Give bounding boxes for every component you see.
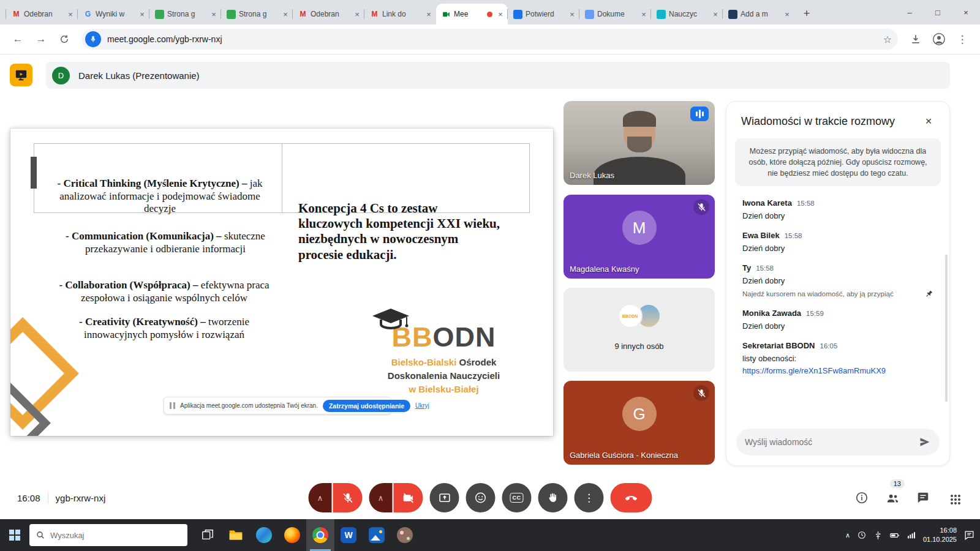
clock-sync-icon[interactable] xyxy=(857,530,867,540)
tab-meet-active[interactable]: Mee × xyxy=(436,4,508,24)
start-button[interactable] xyxy=(0,519,29,551)
usb-icon[interactable] xyxy=(873,531,883,540)
presenter-bar: D Darek Lukas (Prezentowanie) xyxy=(46,62,950,89)
reactions-button[interactable] xyxy=(466,483,496,512)
tray-expand-icon[interactable]: ∧ xyxy=(845,531,850,539)
stop-sharing-button[interactable]: Zatrzymaj udostępnianie xyxy=(323,400,410,412)
activities-button[interactable] xyxy=(941,485,967,511)
tab-gmail-2[interactable]: M Odebran × xyxy=(293,4,364,24)
tab-close-icon[interactable]: × xyxy=(567,9,577,19)
chat-close-icon[interactable]: × xyxy=(920,113,937,130)
tab-close-icon[interactable]: × xyxy=(209,9,219,19)
logo-sub2: Doskonalenia Nauczycieli xyxy=(388,370,500,381)
mic-mute-button[interactable] xyxy=(333,483,363,512)
video-tile-magdalena[interactable]: M Magdalena Kwaśny xyxy=(564,195,715,279)
attendance-form-link[interactable]: https://forms.gle/reXn1SFw8amRmuKX9 xyxy=(742,366,933,375)
close-window-button[interactable]: × xyxy=(952,0,980,24)
network-icon[interactable] xyxy=(907,530,916,540)
browser-menu-button[interactable]: ⋮ xyxy=(952,29,973,50)
minimize-button[interactable]: – xyxy=(895,0,924,24)
clock-time: 16:08 xyxy=(940,526,957,535)
tab-close-icon[interactable]: × xyxy=(710,9,720,19)
presented-slide: - Critical Thinking (Myślenie Krytyczne)… xyxy=(10,129,553,436)
chat-scrollbar[interactable] xyxy=(945,255,948,402)
bookmark-star-icon[interactable]: ☆ xyxy=(883,34,892,45)
edge-button[interactable] xyxy=(250,519,278,551)
slide-left-tag xyxy=(31,157,37,189)
maximize-button[interactable]: □ xyxy=(924,0,952,24)
kebab-icon: ⋮ xyxy=(584,492,594,504)
reload-button[interactable] xyxy=(54,29,75,50)
message-author: Iwona Kareta15:58 xyxy=(742,198,933,208)
file-explorer-button[interactable] xyxy=(222,519,250,551)
video-tile-gabriela[interactable]: G Gabriela Guściora - Konieczna xyxy=(564,381,715,465)
address-bar[interactable]: meet.google.com/ygb-rxrw-nxj ☆ xyxy=(82,29,898,50)
captions-button[interactable]: CC xyxy=(502,483,532,512)
logo-sub3: w Bielsku-Białej xyxy=(409,384,478,394)
taskbar-search[interactable] xyxy=(29,524,187,546)
camera-off-button[interactable] xyxy=(394,483,423,512)
tab-gmail-3[interactable]: M Link do × xyxy=(364,4,436,24)
tab-close-icon[interactable]: × xyxy=(496,9,505,19)
author-name: Iwona Kareta xyxy=(742,198,792,208)
notification-center-icon[interactable] xyxy=(963,530,975,541)
chat-toggle-button[interactable] xyxy=(910,485,936,511)
logo-sub1-dark: Ośrodek xyxy=(456,357,496,367)
tile-others-group[interactable]: BBODN 9 innych osób xyxy=(564,288,715,372)
back-button[interactable]: ← xyxy=(7,29,28,50)
tab-search-results[interactable]: G Wyniki w × xyxy=(78,4,149,24)
taskbar-clock[interactable]: 16:08 01.10.2025 xyxy=(923,526,957,544)
tab-site-2[interactable]: Strona g × xyxy=(221,4,293,24)
tab-gmail-1[interactable]: M Odebran × xyxy=(6,4,78,24)
tab-app-2[interactable]: Add a m × xyxy=(723,4,794,24)
clock-date: 01.10.2025 xyxy=(923,535,957,544)
downloads-button[interactable] xyxy=(905,29,926,50)
tab-docs-2[interactable]: Dokume × xyxy=(579,4,651,24)
tab-app-1[interactable]: Nauczyc × xyxy=(651,4,723,24)
photos-button[interactable] xyxy=(363,519,391,551)
battery-icon[interactable] xyxy=(889,530,900,541)
tab-close-icon[interactable]: × xyxy=(639,9,649,19)
mic-options-caret-icon[interactable]: ∧ xyxy=(309,483,332,512)
mic-muted-icon xyxy=(693,385,709,401)
send-icon[interactable] xyxy=(919,436,931,448)
forward-button[interactable]: → xyxy=(31,29,51,50)
raise-hand-button[interactable] xyxy=(538,483,568,512)
new-tab-button[interactable]: + xyxy=(798,5,815,22)
tab-close-icon[interactable]: × xyxy=(352,9,362,19)
tab-close-icon[interactable]: × xyxy=(782,9,792,19)
video-tile-darek[interactable]: Darek Lukas xyxy=(564,101,715,185)
chat-input[interactable] xyxy=(745,437,914,447)
end-call-button[interactable] xyxy=(611,483,652,512)
tab-close-icon[interactable]: × xyxy=(281,9,290,19)
search-input[interactable] xyxy=(50,531,181,540)
task-view-button[interactable] xyxy=(194,519,222,551)
paint-button[interactable] xyxy=(391,519,419,551)
tab-close-icon[interactable]: × xyxy=(66,9,75,19)
tab-close-icon[interactable]: × xyxy=(137,9,147,19)
message-author: Ewa Bilek15:58 xyxy=(742,231,933,240)
tab-docs-1[interactable]: Potwierd × xyxy=(508,4,579,24)
mic-in-use-icon[interactable] xyxy=(85,31,101,47)
author-name: Ty xyxy=(742,263,751,272)
participants-button[interactable]: 13 xyxy=(880,485,905,511)
word-button[interactable]: W xyxy=(334,519,363,551)
browser-tab-strip: M Odebran × G Wyniki w × Strona g × Stro… xyxy=(0,0,980,24)
meeting-details-button[interactable] xyxy=(849,485,875,511)
camera-options-caret-icon[interactable]: ∧ xyxy=(369,483,393,512)
chat-messages: Iwona Kareta15:58 Dzień dobry Ewa Bilek1… xyxy=(726,196,949,375)
mic-muted-icon xyxy=(693,199,709,215)
chrome-button-active[interactable] xyxy=(306,519,334,551)
more-options-button[interactable]: ⋮ xyxy=(575,483,604,512)
present-screen-button[interactable] xyxy=(430,483,459,512)
bullet-lead: - Collaboration (Współpraca) – xyxy=(59,279,198,291)
message-text: Dzień dobry xyxy=(742,211,933,220)
screen: M Odebran × G Wyniki w × Strona g × Stro… xyxy=(0,0,980,551)
chat-message: Sekretariat BBODN16:05 listy obecności: … xyxy=(742,341,933,375)
tab-site-1[interactable]: Strona g × xyxy=(149,4,221,24)
profile-button[interactable] xyxy=(929,29,949,50)
slide-frame-divider xyxy=(282,143,282,213)
hide-banner-link[interactable]: Ukryj xyxy=(415,402,429,409)
tab-close-icon[interactable]: × xyxy=(424,9,434,19)
firefox-button[interactable] xyxy=(278,519,306,551)
